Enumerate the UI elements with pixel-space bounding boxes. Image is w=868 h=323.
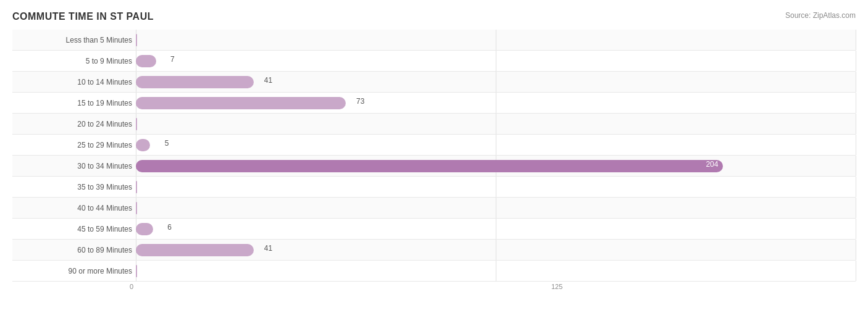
bar-area: 7 xyxy=(136,51,856,71)
row-label: 20 to 24 Minutes xyxy=(12,120,136,128)
row-label: 10 to 14 Minutes xyxy=(12,78,136,86)
bar-area: 5 xyxy=(136,135,856,155)
bar-row: 25 to 29 Minutes5 xyxy=(12,135,856,156)
bar-area: 204 xyxy=(136,156,856,176)
bar-area: 41 xyxy=(136,72,856,92)
chart-container: COMMUTE TIME IN ST PAUL Source: ZipAtlas… xyxy=(0,0,868,323)
row-label: 40 to 44 Minutes xyxy=(12,204,136,212)
bar-row: 20 to 24 Minutes xyxy=(12,114,856,135)
row-label: 25 to 29 Minutes xyxy=(12,141,136,149)
bar-area xyxy=(136,198,856,218)
bar-value: 41 xyxy=(264,76,272,85)
row-label: 15 to 19 Minutes xyxy=(12,99,136,107)
row-label: 45 to 59 Minutes xyxy=(12,225,136,233)
x-axis: 0125250 xyxy=(12,283,856,300)
bar-value: 73 xyxy=(356,97,364,106)
bar-value: 204 xyxy=(706,160,718,169)
bar: 204 xyxy=(136,160,723,172)
row-label: 5 to 9 Minutes xyxy=(12,57,136,65)
bar: 5 xyxy=(136,139,150,151)
bar: 6 xyxy=(136,223,153,235)
bar-area xyxy=(136,261,856,281)
row-label: 60 to 89 Minutes xyxy=(12,246,136,254)
row-label: Less than 5 Minutes xyxy=(12,36,136,44)
bar-row: 35 to 39 Minutes xyxy=(12,177,856,198)
bar-row: 60 to 89 Minutes41 xyxy=(12,240,856,261)
bar-row: 15 to 19 Minutes73 xyxy=(12,93,856,114)
bar-area xyxy=(136,30,856,50)
bar-row: Less than 5 Minutes xyxy=(12,30,856,51)
bar xyxy=(136,34,137,46)
bar xyxy=(136,202,137,214)
bar: 41 xyxy=(136,76,254,88)
bar-area: 6 xyxy=(136,219,856,239)
chart-header: COMMUTE TIME IN ST PAUL Source: ZipAtlas… xyxy=(12,11,856,22)
bar: 7 xyxy=(136,55,156,67)
bar-row: 5 to 9 Minutes7 xyxy=(12,51,856,72)
bar-value: 6 xyxy=(167,223,172,232)
x-tick-label: 125 xyxy=(551,283,562,290)
x-tick-label: 0 xyxy=(130,283,133,290)
bar: 73 xyxy=(136,97,346,109)
bar-row: 10 to 14 Minutes41 xyxy=(12,72,856,93)
bar-area xyxy=(136,114,856,134)
bar-row: 45 to 59 Minutes6 xyxy=(12,219,856,240)
bar-area xyxy=(136,177,856,197)
bar-row: 40 to 44 Minutes xyxy=(12,198,856,219)
bar-row: 30 to 34 Minutes204 xyxy=(12,156,856,177)
bar-value: 41 xyxy=(264,244,272,253)
bar-value: 5 xyxy=(165,139,169,148)
bar: 41 xyxy=(136,244,254,256)
row-label: 35 to 39 Minutes xyxy=(12,183,136,191)
row-label: 90 or more Minutes xyxy=(12,267,136,275)
chart-title: COMMUTE TIME IN ST PAUL xyxy=(12,11,154,22)
chart-source: Source: ZipAtlas.com xyxy=(785,11,856,20)
bar-area: 41 xyxy=(136,240,856,260)
bar xyxy=(136,118,137,130)
bar xyxy=(136,181,137,193)
bar-row: 90 or more Minutes xyxy=(12,261,856,282)
bar-area: 73 xyxy=(136,93,856,113)
bar-value: 7 xyxy=(170,55,175,64)
rows-container: Less than 5 Minutes5 to 9 Minutes710 to … xyxy=(12,30,856,282)
row-label: 30 to 34 Minutes xyxy=(12,162,136,170)
bar xyxy=(136,265,137,277)
